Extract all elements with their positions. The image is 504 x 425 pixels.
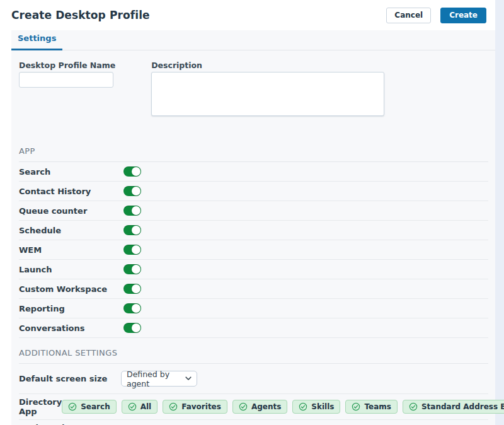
profile-fields: Desktop Profile Name Description <box>19 61 488 119</box>
check-circle-icon <box>299 402 307 411</box>
toggle-knob <box>132 265 140 274</box>
settings-card: Settings Desktop Profile Name Descriptio… <box>11 30 495 425</box>
queue-counter-toggle[interactable] <box>123 206 141 216</box>
app-row-label: Queue counter <box>19 206 123 216</box>
check-circle-icon <box>68 402 77 411</box>
toggle-knob <box>132 206 140 215</box>
contact-history-toggle[interactable] <box>123 186 141 196</box>
toggle-knob <box>132 323 140 332</box>
check-circle-icon <box>128 402 137 411</box>
chip-label: Skills <box>311 402 334 411</box>
check-circle-icon <box>169 402 178 411</box>
default-screen-size-label: Default screen size <box>19 374 121 383</box>
app-row-label: Conversations <box>19 323 123 333</box>
chip-label: Agents <box>251 402 281 411</box>
chip-favorites[interactable]: Favorites <box>163 400 227 414</box>
chip-label: Search <box>81 402 110 411</box>
settings-content: Desktop Profile Name Description APP Sea… <box>11 61 495 425</box>
chip-standard-address-book[interactable]: Standard Address Book <box>403 400 504 414</box>
app-row-conversations: Conversations <box>19 318 488 338</box>
chip-search[interactable]: Search <box>62 400 116 414</box>
app-row-schedule: Schedule <box>19 221 488 240</box>
name-field-group: Desktop Profile Name <box>19 61 115 119</box>
app-row-label: Contact History <box>19 187 123 196</box>
check-circle-icon <box>352 402 360 411</box>
app-section-title: APP <box>19 146 488 162</box>
tab-settings[interactable]: Settings <box>11 33 62 50</box>
app-row-label: Launch <box>19 265 123 274</box>
app-row-launch: Launch <box>19 260 488 279</box>
launch-toggle[interactable] <box>123 264 141 274</box>
default-screen-size-select[interactable]: Defined by agent <box>121 371 197 387</box>
additional-settings-title: ADDITIONAL SETTINGS <box>19 343 488 364</box>
outbound-calling-row: Outbound Calling Ad Hoc Redial Agent Add… <box>19 420 488 425</box>
page-header: Create Desktop Profile Cancel Create <box>0 0 495 30</box>
check-circle-icon <box>409 402 418 411</box>
chip-label: Teams <box>364 402 391 411</box>
toggle-knob <box>132 226 140 235</box>
app-row-reporting: Reporting <box>19 299 488 318</box>
chip-teams[interactable]: Teams <box>345 400 397 414</box>
directory-app-chips: Search All Favorites Agents Skills Teams… <box>62 400 504 414</box>
scrollbar-track[interactable] <box>495 0 504 425</box>
description-field-group: Description <box>151 61 384 119</box>
check-circle-icon <box>239 402 248 411</box>
app-row-label: WEM <box>19 245 123 255</box>
search-toggle[interactable] <box>123 166 141 177</box>
toggle-knob <box>132 304 140 313</box>
app-row-label: Schedule <box>19 226 123 235</box>
conversations-toggle[interactable] <box>123 323 141 333</box>
app-row-search: Search <box>19 162 488 182</box>
default-screen-size-row: Default screen size Defined by agent <box>19 364 488 394</box>
chip-agents[interactable]: Agents <box>232 400 287 414</box>
description-field-label: Description <box>151 61 384 70</box>
desktop-profile-name-input[interactable] <box>19 72 113 88</box>
app-row-label: Custom Workspace <box>19 284 123 294</box>
toggle-knob <box>132 284 140 293</box>
reporting-toggle[interactable] <box>123 303 141 313</box>
tab-bar: Settings <box>11 30 495 50</box>
chip-label: All <box>140 402 152 411</box>
description-textarea[interactable] <box>151 72 384 116</box>
chip-all[interactable]: All <box>122 400 158 414</box>
chip-label: Standard Address Book <box>421 402 504 411</box>
directory-app-label: Directory App <box>19 397 62 416</box>
create-button[interactable]: Create <box>440 8 486 23</box>
select-value: Defined by agent <box>127 370 185 388</box>
app-row-wem: WEM <box>19 240 488 260</box>
toggle-knob <box>132 187 140 195</box>
name-field-label: Desktop Profile Name <box>19 61 115 70</box>
app-row-custom-workspace: Custom Workspace <box>19 279 488 299</box>
app-row-contact-history: Contact History <box>19 182 488 201</box>
directory-app-row: Directory App Search All Favorites Agent… <box>19 394 488 420</box>
schedule-toggle[interactable] <box>123 225 141 235</box>
app-row-label: Search <box>19 167 123 177</box>
header-actions: Cancel Create <box>386 8 486 23</box>
cancel-button[interactable]: Cancel <box>386 8 431 23</box>
toggle-knob <box>132 245 140 254</box>
chevron-down-icon <box>185 376 192 381</box>
wem-toggle[interactable] <box>123 245 141 255</box>
custom-workspace-toggle[interactable] <box>123 284 141 294</box>
chip-skills[interactable]: Skills <box>292 400 340 414</box>
app-row-label: Reporting <box>19 304 123 313</box>
chip-label: Favorites <box>181 402 221 411</box>
page-title: Create Desktop Profile <box>11 9 150 21</box>
toggle-knob <box>132 167 140 176</box>
app-row-queue-counter: Queue counter <box>19 201 488 221</box>
